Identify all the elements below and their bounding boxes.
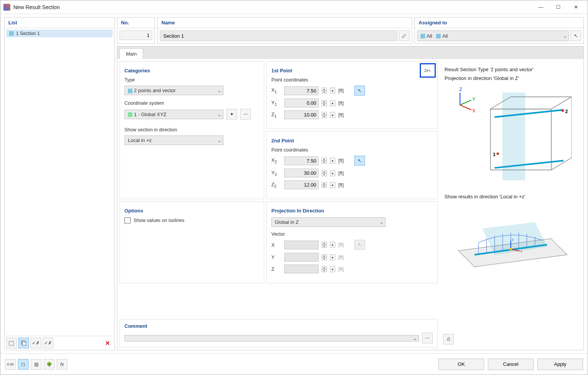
- vec-y-spinner: ▴▾: [322, 254, 327, 260]
- cs-new-button[interactable]: ✦: [226, 109, 237, 120]
- maximize-button[interactable]: ☐: [550, 2, 567, 13]
- point2-header: 2nd Point: [267, 134, 437, 146]
- vec-x-input: [284, 241, 319, 249]
- p1-z-menu[interactable]: ▸: [330, 112, 335, 118]
- chevron-down-icon: ⌄: [215, 112, 223, 117]
- cs-combo[interactable]: 1 - Global XYZ ⌄: [124, 110, 223, 119]
- svg-line-5: [460, 100, 471, 105]
- p1-y-input[interactable]: [284, 99, 319, 107]
- show-values-checkbox[interactable]: [124, 217, 131, 223]
- name-input[interactable]: [160, 30, 397, 41]
- ok-button[interactable]: OK: [438, 359, 484, 370]
- view-button-c[interactable]: 🌳: [44, 359, 54, 370]
- p2-y-spinner[interactable]: ▴▾: [322, 170, 327, 176]
- svg-point-17: [561, 109, 564, 112]
- p1-pick-button[interactable]: ↖: [354, 86, 365, 96]
- svg-text:1: 1: [493, 152, 496, 157]
- check-button-b[interactable]: ✓✗: [43, 338, 53, 348]
- svg-text:z: z: [512, 238, 513, 242]
- p1-x-menu[interactable]: ▸: [330, 88, 335, 94]
- name-panel: Name: [157, 17, 412, 44]
- svg-text:Z: Z: [459, 86, 462, 92]
- no-input[interactable]: [120, 30, 152, 40]
- svg-text:x: x: [520, 249, 522, 253]
- list-item[interactable]: 1 Section 1: [6, 30, 113, 37]
- svg-text:2: 2: [565, 109, 567, 114]
- minimize-button[interactable]: —: [532, 2, 550, 13]
- chevron-down-icon: ⌄: [411, 335, 419, 341]
- projection-combo[interactable]: Global in Z ⌄: [271, 217, 386, 227]
- preview-line1: Result Section Type '2 points and vector…: [440, 64, 581, 75]
- svg-marker-11: [551, 97, 571, 170]
- options-group: Options Show values on isolines: [120, 201, 264, 283]
- app-icon: [3, 4, 10, 11]
- cs-edit-button[interactable]: ⋯: [240, 109, 251, 120]
- define-2x-button[interactable]: 2x↖: [420, 63, 436, 78]
- vector-label: Vector: [267, 228, 437, 238]
- units-button[interactable]: 0.00: [5, 359, 16, 370]
- vec-x-spinner: ▴▾: [322, 242, 327, 248]
- type-combo[interactable]: 2 points and vector ⌄: [124, 86, 223, 95]
- p2-coord-label: Point coordinates: [267, 146, 437, 154]
- window-title: New Result Section: [13, 4, 532, 10]
- p1-z-input[interactable]: [284, 110, 319, 119]
- copy-item-button[interactable]: [18, 338, 29, 348]
- check-button-a[interactable]: ✓✗: [30, 338, 41, 348]
- cancel-button[interactable]: Cancel: [488, 359, 534, 370]
- projection-header: Projection In Direction: [267, 204, 437, 216]
- close-button[interactable]: ✕: [567, 2, 585, 13]
- p1-x-input[interactable]: [284, 86, 319, 95]
- p1-x-spinner[interactable]: ▴▾: [322, 88, 327, 94]
- options-header: Options: [120, 204, 264, 216]
- chevron-down-icon: ⌄: [561, 33, 569, 39]
- svg-rect-0: [9, 341, 14, 345]
- fx-button[interactable]: fx: [57, 359, 67, 370]
- p2-z-spinner[interactable]: ▴▾: [322, 182, 327, 188]
- p2-x-menu[interactable]: ▸: [330, 158, 335, 164]
- p1-y-spinner[interactable]: ▴▾: [322, 100, 327, 106]
- point2-group: 2nd Point Point coordinates X2 ▴▾ ▸ [ft]…: [266, 131, 438, 199]
- categories-header: Categories: [120, 64, 264, 76]
- apply-button[interactable]: Apply: [537, 359, 583, 370]
- vec-z-spinner: ▴▾: [322, 266, 327, 272]
- comment-combo[interactable]: ⌄: [124, 335, 419, 341]
- p2-z-input[interactable]: [284, 180, 319, 189]
- type-swatch-icon: [128, 89, 132, 93]
- point1-group: 2x↖ 1st Point Point coordinates X1 ▴▾ ▸ …: [266, 61, 438, 129]
- vec-y-input: [284, 253, 319, 262]
- delete-item-button[interactable]: ✕: [102, 338, 113, 348]
- chevron-down-icon: ⌄: [215, 137, 223, 143]
- assigned-combo[interactable]: All All ⌄: [417, 30, 569, 41]
- chevron-down-icon: ⌄: [215, 88, 223, 93]
- preview-results-plot: z x: [440, 203, 581, 279]
- assigned-swatch-1-icon: [421, 34, 425, 38]
- assigned-pick-button[interactable]: ↖: [570, 30, 581, 41]
- p2-y-input[interactable]: [284, 169, 319, 177]
- svg-rect-2: [22, 342, 26, 345]
- p1-z-spinner[interactable]: ▴▾: [322, 112, 327, 118]
- p2-x-spinner[interactable]: ▴▾: [322, 158, 327, 164]
- svg-line-7: [460, 105, 471, 110]
- preview-line2: Projection in direction 'Global in Z': [440, 75, 581, 84]
- tab-main[interactable]: Main: [120, 48, 143, 59]
- assigned-header: Assigned to: [415, 18, 583, 28]
- dir-combo[interactable]: Local in +z ⌄: [124, 136, 223, 145]
- projection-group: Projection In Direction Global in Z ⌄ Ve…: [266, 201, 438, 283]
- no-panel: No.: [117, 17, 155, 44]
- rename-icon-button[interactable]: [399, 30, 410, 41]
- cs-swatch-icon: [128, 112, 132, 117]
- p2-x-input[interactable]: [284, 156, 319, 165]
- list-header: List: [5, 18, 114, 28]
- vec-y-menu: ▸: [330, 254, 335, 260]
- p2-z-menu[interactable]: ▸: [330, 182, 335, 188]
- comment-more-button[interactable]: ⋯: [422, 333, 433, 343]
- view-button-b[interactable]: ▤: [31, 359, 41, 370]
- list-panel: List 1 Section 1 ✓✗ ✓✗ ✕: [4, 17, 115, 350]
- new-item-button[interactable]: [6, 338, 17, 348]
- p2-pick-button[interactable]: ↖: [354, 156, 365, 166]
- preview-export-button[interactable]: ⎙: [443, 334, 454, 345]
- p2-y-menu[interactable]: ▸: [330, 170, 335, 176]
- list-item-label: 1 Section 1: [16, 31, 40, 36]
- p1-y-menu[interactable]: ▸: [330, 100, 335, 106]
- view-button-a[interactable]: ◻: [18, 359, 29, 370]
